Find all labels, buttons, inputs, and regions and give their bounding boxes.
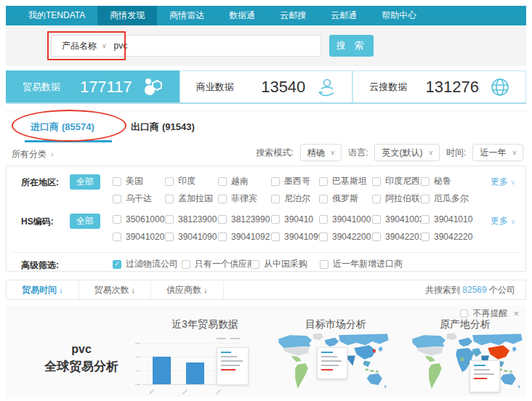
target-market-map[interactable] bbox=[272, 331, 395, 395]
chevron-down-icon: ∨ bbox=[331, 149, 336, 156]
time-value: 近一年 bbox=[480, 147, 506, 159]
advanced-option-new-importers[interactable]: 近一年新增进口商 bbox=[320, 258, 403, 270]
chevron-down-icon: ∨ bbox=[512, 149, 517, 156]
checkbox-icon[interactable] bbox=[460, 309, 468, 317]
hs-option[interactable]: 38123900 bbox=[165, 214, 218, 224]
stat-business-data[interactable]: 商业数据 13540 bbox=[180, 70, 353, 102]
region-all-button[interactable]: 全部 bbox=[70, 174, 100, 190]
checkbox-icon bbox=[165, 195, 174, 203]
filter-top-row: 所有分类 › 搜索模式: 精确 ∨ 语言: 英文(默认) ∨ 时间: 近一年 ∨ bbox=[6, 144, 526, 164]
tooltip-title-line bbox=[221, 352, 231, 353]
hs-option[interactable]: 39042201 bbox=[372, 232, 421, 242]
world-map-graphic bbox=[406, 331, 529, 395]
result-suffix: 个公司 bbox=[489, 285, 515, 295]
region-option[interactable]: 孟加拉国 bbox=[165, 193, 218, 205]
checkbox-label: 39041020 bbox=[126, 232, 164, 242]
hs-option[interactable]: 35061000 bbox=[113, 214, 165, 224]
stats-row: 贸易数据 177117 商业数据 13540 云搜数据 131276 bbox=[6, 70, 526, 104]
nav-item-business-radar[interactable]: 商情雷达 bbox=[157, 6, 217, 25]
checkbox-icon bbox=[271, 195, 280, 203]
region-option[interactable]: 秘鲁 bbox=[421, 175, 491, 187]
checkbox-label: 尼泊尔 bbox=[284, 193, 310, 205]
tab-importers[interactable]: 进口商(85574) bbox=[31, 121, 94, 134]
region-option[interactable]: 菲律宾 bbox=[218, 193, 271, 205]
search-button[interactable]: 搜 索 bbox=[329, 35, 374, 57]
search-input[interactable] bbox=[114, 36, 321, 56]
headline-product: pvc bbox=[26, 343, 137, 356]
section-title-origin: 原产地分析 bbox=[407, 318, 523, 331]
hs-option[interactable]: 39042200 bbox=[319, 232, 372, 242]
origin-analysis-map[interactable] bbox=[406, 331, 529, 395]
region-option[interactable]: 印度尼西亚 bbox=[372, 175, 421, 187]
bar-year2 bbox=[186, 362, 204, 384]
nav-item-cloud-mail[interactable]: 云邮通 bbox=[318, 6, 369, 25]
region-option[interactable]: 美国 bbox=[113, 175, 165, 187]
checkbox-label: 乌干达 bbox=[126, 193, 152, 205]
hs-all-button[interactable]: 全部 bbox=[70, 214, 100, 229]
region-option[interactable]: 俄罗斯 bbox=[319, 193, 372, 205]
time-select[interactable]: 近一年 ∨ bbox=[472, 144, 523, 161]
arrow-down-icon: ↓ bbox=[59, 285, 63, 294]
hs-option[interactable]: 39041020 bbox=[113, 232, 165, 242]
region-option[interactable]: 越南 bbox=[218, 175, 271, 187]
checkbox-icon bbox=[421, 177, 430, 186]
checkbox-icon bbox=[113, 232, 121, 241]
all-categories-link[interactable]: 所有分类 › bbox=[12, 148, 54, 161]
nav-item-help-center[interactable]: 帮助中心 bbox=[369, 6, 429, 25]
checkbox-icon bbox=[218, 177, 227, 186]
hs-option[interactable]: 39041003 bbox=[372, 214, 421, 224]
hs-option[interactable]: 39041010 bbox=[421, 214, 491, 224]
hs-option[interactable]: 39041099 bbox=[271, 232, 319, 242]
region-filter-label: 所在地区: bbox=[21, 177, 59, 189]
hs-option[interactable]: 39041090 bbox=[165, 232, 218, 242]
checkbox-icon bbox=[319, 215, 328, 224]
tab-count: (91543) bbox=[162, 121, 195, 132]
sort-by-trade-time[interactable]: 贸易时间↓ bbox=[7, 280, 79, 299]
all-categories-label: 所有分类 bbox=[12, 149, 47, 159]
checkbox-label: 只有一个供应商 bbox=[195, 258, 251, 270]
region-option[interactable]: 乌干达 bbox=[113, 193, 165, 205]
checkbox-icon bbox=[165, 177, 174, 186]
hs-option[interactable]: 39041092 bbox=[218, 232, 271, 242]
region-option[interactable]: 阿拉伯联合... bbox=[372, 193, 421, 205]
region-more-link[interactable]: 更多 ∨ bbox=[491, 176, 515, 188]
hs-more-link[interactable]: 更多 ∨ bbox=[491, 215, 515, 227]
hs-option[interactable]: 39042220 bbox=[421, 232, 491, 242]
stat-trade-data[interactable]: 贸易数据 177117 bbox=[6, 70, 180, 102]
mini-bar-chart[interactable] bbox=[131, 336, 241, 394]
language-select[interactable]: 英文(默认) ∨ bbox=[374, 144, 440, 161]
sort-label: 贸易时间 bbox=[22, 285, 57, 295]
nav-item-my-tendata[interactable]: 我的TENDATA bbox=[16, 6, 97, 25]
checkbox-label: 39041003 bbox=[385, 214, 421, 224]
hs-option[interactable]: 38123990 bbox=[218, 214, 271, 224]
sort-by-supplier-count[interactable]: 供应商数↓ bbox=[151, 280, 224, 299]
stat-cloud-search-data[interactable]: 云搜数据 131276 bbox=[352, 70, 526, 102]
search-field-selector[interactable]: 产品名称 ∨ bbox=[52, 36, 114, 56]
hs-option[interactable]: 39041000 bbox=[319, 214, 372, 224]
region-option[interactable]: 尼泊尔 bbox=[271, 193, 319, 205]
region-option[interactable]: 墨西哥 bbox=[271, 175, 319, 187]
close-icon[interactable]: × bbox=[513, 308, 519, 319]
advanced-option-single-supplier[interactable]: 只有一个供应商 bbox=[182, 258, 251, 270]
mode-select[interactable]: 精确 ∨ bbox=[300, 144, 342, 161]
advanced-option-filter-logistics[interactable]: ✓过滤物流公司 bbox=[113, 258, 182, 270]
tab-exporters[interactable]: 出口商(91543) bbox=[131, 121, 195, 134]
nav-item-business-discovery[interactable]: 商情发现 bbox=[97, 6, 157, 25]
divider bbox=[14, 252, 518, 253]
hs-option[interactable]: 390410 bbox=[271, 214, 319, 224]
region-option[interactable]: 巴基斯坦 bbox=[319, 175, 372, 187]
advanced-filter-label: 高级筛选: bbox=[21, 259, 59, 272]
advanced-option-buy-from-china[interactable]: 从中国采购 bbox=[251, 258, 320, 270]
nav-item-cloud-mail-search[interactable]: 云邮搜 bbox=[267, 6, 318, 25]
analysis-promo-panel: 不再提醒 × 近3年贸易数据 目标市场分析 原产地分析 pvc 全球贸易分析 bbox=[6, 305, 526, 397]
region-option[interactable]: 印度 bbox=[165, 175, 218, 187]
region-option[interactable]: 厄瓜多尔 bbox=[421, 193, 491, 205]
y-tick bbox=[135, 357, 140, 357]
checkbox-label: 印度 bbox=[178, 175, 196, 187]
nav-item-data-pass[interactable]: 数据通 bbox=[217, 6, 267, 25]
headline-subtitle: 全球贸易分析 bbox=[26, 358, 137, 375]
sort-by-trade-count[interactable]: 贸易次数↓ bbox=[79, 280, 152, 299]
checkbox-label: 39041092 bbox=[231, 232, 270, 242]
analysis-headline: pvc 全球贸易分析 bbox=[26, 343, 137, 375]
stat-label: 云搜数据 bbox=[369, 81, 407, 94]
